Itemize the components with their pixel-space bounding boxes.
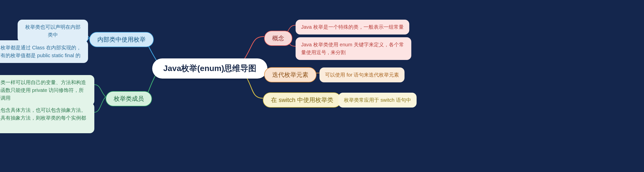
branch-concept[interactable]: 概念 <box>264 31 292 46</box>
branch-iterate[interactable]: 迭代枚举元素 <box>264 67 316 82</box>
leaf-members-1-text: 枚举既可以包含具体方法，也可以包含抽象方法。如果枚举类具有抽象方法，则枚举类的每… <box>0 106 89 130</box>
leaf-members-1[interactable]: 枚举既可以包含具体方法，也可以包含抽象方法。如果枚举类具有抽象方法，则枚举类的每… <box>0 103 94 133</box>
leaf-members-0-text: 枚举跟普通类一样可以用自己的变量、方法和构造函数，构造函数只能使用 privat… <box>0 79 89 102</box>
leaf-members-0[interactable]: 枚举跟普通类一样可以用自己的变量、方法和构造函数，构造函数只能使用 privat… <box>0 75 94 106</box>
root-title: Java枚举(enum)思维导图 <box>163 63 256 74</box>
branch-switch[interactable]: 在 switch 中使用枚举类 <box>263 92 341 108</box>
leaf-iterate-0-text: 可以使用 for 语句来迭代枚举元素 <box>325 71 399 79</box>
branch-concept-label: 概念 <box>272 34 284 42</box>
leaf-switch-0[interactable]: 枚举类常应用于 switch 语句中 <box>338 93 417 108</box>
branch-switch-label: 在 switch 中使用枚举类 <box>271 96 333 104</box>
leaf-concept-1[interactable]: Java 枚举类使用 enum 关键字来定义，各个常量使用逗号 , 来分割 <box>296 37 411 60</box>
leaf-iterate-0[interactable]: 可以使用 for 语句来迭代枚举元素 <box>319 67 405 82</box>
leaf-inner-1[interactable]: 每个枚举都是通过 Class 在内部实现的，且所有的枚举值都是 public s… <box>0 40 88 63</box>
leaf-concept-0[interactable]: Java 枚举是一个特殊的类，一般表示一组常量 <box>296 20 409 35</box>
leaf-concept-0-text: Java 枚举是一个特殊的类，一般表示一组常量 <box>301 23 404 31</box>
branch-inner-label: 内部类中使用枚举 <box>97 36 146 44</box>
root-node[interactable]: Java枚举(enum)思维导图 <box>152 58 267 79</box>
branch-iterate-label: 迭代枚举元素 <box>272 71 308 79</box>
branch-inner[interactable]: 内部类中使用枚举 <box>89 32 154 47</box>
leaf-switch-0-text: 枚举类常应用于 switch 语句中 <box>344 96 411 104</box>
leaf-inner-1-text: 每个枚举都是通过 Class 在内部实现的，且所有的枚举值都是 public s… <box>0 44 83 59</box>
branch-members[interactable]: 枚举类成员 <box>106 91 152 106</box>
branch-members-label: 枚举类成员 <box>114 95 144 103</box>
leaf-concept-1-text: Java 枚举类使用 enum 关键字来定义，各个常量使用逗号 , 来分割 <box>301 41 406 56</box>
leaf-inner-0[interactable]: 枚举类也可以声明在内部类中 <box>18 20 88 42</box>
leaf-inner-0-text: 枚举类也可以声明在内部类中 <box>23 23 83 39</box>
